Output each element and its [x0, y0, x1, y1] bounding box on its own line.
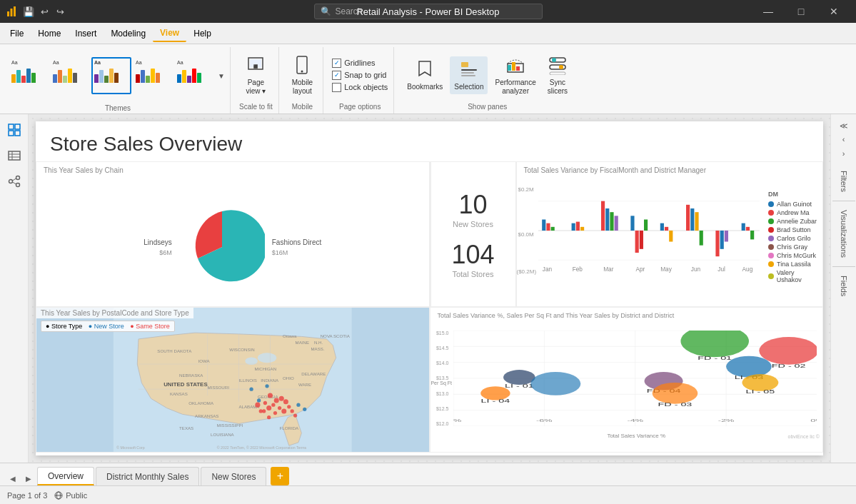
performance-button[interactable]: Performanceanalyzer: [490, 52, 540, 99]
svg-rect-58: [715, 231, 719, 256]
mobile-content: Mobilelayout: [288, 49, 317, 101]
svg-rect-1: [11, 9, 13, 16]
redo-icon[interactable]: ↪: [54, 6, 66, 17]
svg-rect-49: [639, 231, 643, 249]
new-stores-number: 10: [453, 190, 493, 220]
mobile-layout-label: Mobilelayout: [292, 79, 313, 96]
svg-rect-15: [516, 66, 520, 71]
svg-rect-8: [461, 62, 468, 67]
theme-4[interactable]: Aa: [133, 57, 173, 94]
chevron-left-icon[interactable]: ≪: [838, 120, 850, 132]
svg-text:LI - 01: LI - 01: [505, 383, 534, 388]
save-icon[interactable]: 💾: [23, 6, 34, 17]
sidebar-data-icon[interactable]: [4, 146, 24, 166]
svg-rect-42: [580, 227, 583, 231]
sync-slicers-button[interactable]: Syncslicers: [543, 52, 572, 99]
maximize-button[interactable]: □: [785, 0, 817, 23]
menu-modeling[interactable]: Modeling: [104, 26, 153, 41]
svg-rect-39: [550, 227, 554, 231]
mobile-layout-button[interactable]: Mobilelayout: [288, 52, 317, 99]
tab-new-stores[interactable]: New Stores: [201, 467, 266, 485]
svg-point-108: [271, 403, 275, 406]
svg-point-30: [16, 176, 19, 180]
bar-chart-title: Total Sales Variance by FiscalMonth and …: [517, 162, 713, 176]
svg-rect-50: [644, 220, 648, 231]
theme-3[interactable]: Aa: [91, 57, 131, 94]
menu-insert[interactable]: Insert: [68, 26, 104, 41]
svg-text:MICHIGAN: MICHIGAN: [254, 366, 276, 371]
svg-rect-60: [724, 231, 727, 242]
chevron-right-icon[interactable]: ›: [841, 148, 847, 159]
themes-row: Aa Aa: [9, 49, 227, 103]
page-options-content: ✓ Gridlines ✓ Snap to grid Lock objects: [332, 49, 388, 101]
svg-rect-63: [750, 231, 754, 239]
legend-chrisg: Chris Gray: [768, 243, 820, 251]
menu-help[interactable]: Help: [186, 26, 218, 41]
minimize-button[interactable]: —: [752, 0, 785, 23]
page-view-icon: ⬛: [246, 55, 266, 77]
page-view-button[interactable]: ⬛ Pageview ▾: [241, 52, 270, 99]
svg-point-119: [255, 403, 260, 408]
svg-rect-13: [508, 65, 511, 71]
visualizations-tab[interactable]: Visualizations: [838, 204, 850, 263]
search-bar[interactable]: 🔍 Search: [314, 4, 543, 19]
fields-tab[interactable]: Fields: [838, 270, 850, 302]
menu-bar: File Home Insert Modeling View Help: [0, 23, 856, 44]
tab-overview[interactable]: Overview: [37, 467, 94, 485]
svg-point-106: [268, 393, 273, 398]
svg-point-146: [726, 356, 772, 378]
theme-1[interactable]: Aa: [9, 57, 49, 94]
bookmarks-button[interactable]: Bookmarks: [403, 56, 447, 94]
theme-2[interactable]: Aa: [50, 57, 90, 94]
window-controls: — □ ✕: [752, 0, 850, 23]
page-options-group-label: Page options: [339, 103, 381, 112]
menu-home[interactable]: Home: [31, 26, 68, 41]
mobile-group: Mobilelayout Mobile: [282, 47, 323, 114]
svg-point-153: [652, 383, 698, 404]
report-canvas: Store Sales Overview This Year Sales by …: [36, 121, 823, 455]
selection-button[interactable]: Selection: [450, 56, 488, 94]
lock-label: Lock objects: [344, 83, 388, 91]
tab-bar: ◀ ▶ Overview District Monthly Sales New …: [0, 463, 856, 485]
report-title: Store Sales Overview: [36, 121, 823, 161]
svg-text:MISSISSIPPI: MISSISSIPPI: [217, 423, 243, 428]
menu-file[interactable]: File: [3, 26, 31, 41]
svg-text:ILLINOIS: ILLINOIS: [239, 378, 257, 383]
gridlines-checkbox[interactable]: ✓ Gridlines: [332, 59, 388, 68]
sidebar-report-icon[interactable]: [4, 120, 24, 140]
snap-checkbox[interactable]: ✓ Snap to grid: [332, 71, 388, 80]
lock-checkbox[interactable]: Lock objects: [332, 83, 388, 92]
svg-point-29: [9, 180, 12, 183]
sidebar-model-icon[interactable]: [4, 171, 24, 191]
tab-next[interactable]: ▶: [21, 471, 36, 485]
close-button[interactable]: ✕: [817, 0, 850, 23]
theme-5[interactable]: Aa: [174, 57, 214, 94]
svg-text:FD - 01: FD - 01: [698, 356, 732, 361]
legend-tina: Tina Lassila: [768, 261, 820, 268]
chevron-left2-icon[interactable]: ‹: [841, 133, 847, 145]
search-placeholder: Search: [336, 6, 363, 16]
show-panes-group-label: Show panes: [468, 103, 507, 112]
svg-text:Jun: Jun: [690, 266, 700, 273]
menu-view[interactable]: View: [153, 25, 186, 42]
show-panes-content: Bookmarks Selection: [403, 49, 572, 101]
undo-icon[interactable]: ↩: [39, 6, 50, 17]
svg-text:0%: 0%: [810, 418, 817, 423]
tab-prev[interactable]: ◀: [6, 471, 20, 485]
svg-rect-55: [690, 208, 694, 231]
svg-text:Feb: Feb: [572, 266, 583, 273]
page-options-checkboxes: ✓ Gridlines ✓ Snap to grid Lock objects: [332, 59, 388, 92]
svg-point-125: [257, 398, 261, 402]
map-storetype-label: ● Store Type: [46, 323, 82, 330]
legend-annelie: Annelie Zubar: [768, 218, 820, 225]
title-bar: 💾 ↩ ↪ 🔍 Search — □ ✕: [0, 0, 856, 23]
svg-text:Jul: Jul: [717, 266, 725, 273]
tab-district[interactable]: District Monthly Sales: [96, 467, 199, 485]
page-number: Page 1 of 3: [7, 491, 47, 500]
themes-dropdown[interactable]: ▼: [216, 57, 227, 94]
svg-rect-51: [660, 223, 663, 231]
filters-tab[interactable]: Filters: [838, 165, 850, 198]
tab-add-button[interactable]: +: [271, 467, 289, 485]
svg-text:TEXAS: TEXAS: [179, 425, 193, 430]
lock-check: [332, 83, 341, 92]
